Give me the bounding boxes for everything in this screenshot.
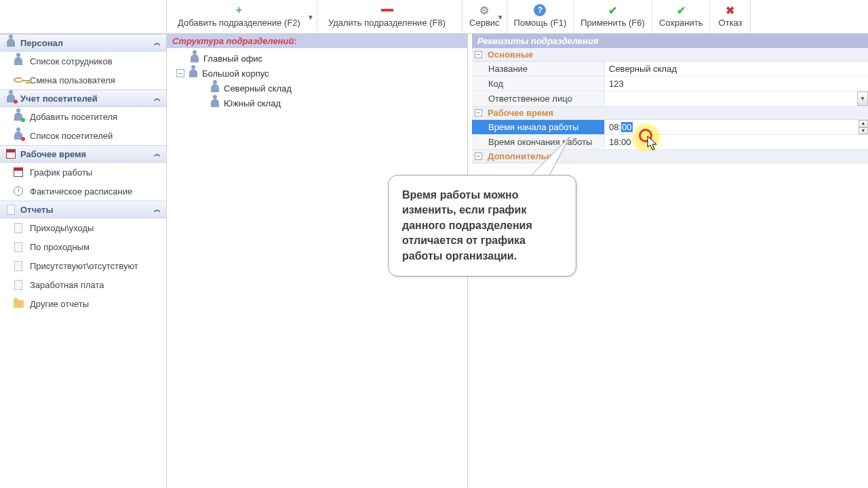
- time-minutes-selected[interactable]: 00: [621, 122, 632, 132]
- document-icon: [12, 279, 24, 291]
- property-group-worktime[interactable]: − Рабочее время: [472, 106, 868, 120]
- plus-icon: +: [233, 4, 245, 16]
- service-button[interactable]: ⚙ Сервис ▼: [462, 0, 507, 33]
- save-button[interactable]: ✔ Сохранить: [652, 0, 711, 33]
- collapse-icon[interactable]: −: [475, 152, 482, 160]
- tree-node-group[interactable]: − Большой корпус: [170, 66, 465, 81]
- property-group-main[interactable]: − Основные: [472, 48, 868, 62]
- document-icon: [5, 204, 16, 215]
- property-row-name[interactable]: Название Северный склад: [472, 62, 868, 77]
- chevron-up-icon: ︽: [154, 38, 161, 47]
- nav-section-reports[interactable]: Отчеты ︽: [0, 201, 166, 218]
- property-row-start-time[interactable]: Время начала работы 08:00 ▲ ▼: [472, 120, 868, 135]
- tree-node-child[interactable]: Южный склад: [170, 96, 465, 110]
- property-row-end-time[interactable]: Время окончания работы 18:00: [472, 135, 868, 150]
- property-name: Название: [472, 62, 605, 76]
- cancel-label: Отказ: [718, 18, 742, 28]
- tree-collapse-icon[interactable]: −: [176, 69, 184, 77]
- collapse-icon[interactable]: −: [475, 109, 482, 117]
- time-editor-start[interactable]: 08:00 ▲ ▼: [605, 120, 868, 134]
- document-icon: [12, 241, 24, 253]
- nav-item-other-reports[interactable]: Другие отчеты: [0, 294, 166, 313]
- callout-bubble: Время работы можно изменить, если график…: [388, 175, 576, 277]
- collapse-icon[interactable]: −: [475, 51, 482, 58]
- close-icon: ✖: [724, 4, 736, 16]
- main-toolbar: + Добавить подразделение (F2) ▼ Удалить …: [0, 0, 868, 34]
- nav-item-arrivals[interactable]: Приходы\уходы: [0, 218, 166, 237]
- spinner-up-icon[interactable]: ▲: [859, 120, 868, 127]
- nav-item-schedule[interactable]: График работы: [0, 163, 166, 182]
- property-row-code[interactable]: Код 123: [472, 77, 868, 92]
- property-name: Время начала работы: [472, 120, 605, 134]
- key-icon: [12, 74, 24, 86]
- person-add-icon: [12, 110, 24, 123]
- chevron-down-icon[interactable]: ▼: [497, 13, 504, 20]
- nav-item-switch-user[interactable]: Смена пользователя: [0, 70, 166, 89]
- add-department-label: Добавить подразделение (F2): [178, 18, 300, 28]
- document-icon: [12, 222, 24, 234]
- property-value[interactable]: Северный склад: [605, 62, 868, 76]
- tree-node-root[interactable]: Главный офис: [170, 51, 465, 66]
- nav-section-personnel[interactable]: Персонал ︽: [0, 34, 166, 52]
- nav-item-label: Добавить посетителя: [30, 112, 117, 122]
- person-icon: [187, 67, 199, 79]
- time-hours: 08:: [609, 122, 621, 132]
- add-department-button[interactable]: + Добавить подразделение (F2) ▼: [167, 0, 317, 33]
- property-value[interactable]: 123: [605, 77, 868, 91]
- nav-item-label: Фактическое расписание: [30, 186, 132, 197]
- property-value[interactable]: 18:00: [605, 135, 868, 149]
- person-icon: [12, 129, 24, 142]
- tree-node-label: Северный склад: [224, 83, 292, 94]
- person-icon: [209, 97, 221, 109]
- tree-node-label: Большой корпус: [202, 68, 269, 79]
- nav-section-visitors[interactable]: Учет посетителей ︽: [0, 89, 166, 107]
- nav-item-label: Список сотрудников: [30, 56, 113, 66]
- chevron-up-icon: ︽: [154, 205, 161, 214]
- cancel-button[interactable]: ✖ Отказ: [710, 0, 751, 33]
- dropdown-button[interactable]: ▼: [857, 92, 868, 106]
- minus-icon: [381, 4, 393, 16]
- nav-section-title: Рабочее время: [20, 149, 154, 159]
- calendar-icon: [5, 148, 16, 159]
- chevron-down-icon[interactable]: ▼: [307, 13, 314, 20]
- document-icon: [12, 260, 24, 272]
- nav-section-worktime[interactable]: Рабочее время ︽: [0, 145, 166, 163]
- person-icon: [209, 82, 221, 94]
- nav-item-label: График работы: [30, 167, 92, 178]
- tree-node-child[interactable]: Северный склад: [170, 81, 465, 96]
- nav-item-actual-schedule[interactable]: Фактическое расписание: [0, 182, 166, 201]
- property-group-label: Основные: [488, 49, 533, 60]
- chevron-up-icon: ︽: [154, 94, 161, 103]
- property-group-label: Рабочее время: [488, 108, 553, 118]
- time-spinner[interactable]: ▲ ▼: [859, 120, 868, 134]
- tutorial-callout: Время работы можно изменить, если график…: [388, 175, 576, 277]
- spinner-down-icon[interactable]: ▼: [859, 127, 868, 135]
- check-icon: ✔: [675, 4, 687, 16]
- property-row-responsible[interactable]: Ответственное лицо ▼: [472, 92, 868, 106]
- nav-item-visitor-list[interactable]: Список посетителей: [0, 126, 166, 145]
- calendar-icon: [12, 166, 24, 178]
- property-value[interactable]: ▼: [605, 92, 868, 106]
- nav-item-checkpoints[interactable]: По проходным: [0, 237, 166, 256]
- delete-department-button[interactable]: Удалить подразделение (F8): [317, 0, 462, 33]
- nav-item-label: Другие отчеты: [30, 299, 89, 309]
- help-button[interactable]: ? Помощь (F1): [507, 0, 574, 33]
- delete-department-label: Удалить подразделение (F8): [328, 18, 446, 28]
- callout-text: Время работы можно изменить, если график…: [402, 189, 532, 262]
- save-label: Сохранить: [659, 18, 703, 28]
- nav-item-add-visitor[interactable]: Добавить посетителя: [0, 107, 166, 126]
- nav-item-presence[interactable]: Присутствуют\отсутствуют: [0, 256, 166, 275]
- nav-item-employees[interactable]: Список сотрудников: [0, 52, 166, 70]
- clock-icon: [12, 185, 24, 197]
- service-label: Сервис: [469, 18, 500, 28]
- nav-section-title: Персонал: [20, 38, 154, 48]
- toolbar-spacer: [0, 0, 167, 33]
- property-name: Код: [472, 77, 605, 91]
- person-icon: [5, 37, 16, 48]
- help-icon: ?: [534, 4, 546, 16]
- apply-button[interactable]: ✔ Применить (F6): [574, 0, 652, 33]
- property-group-label: Дополнительно: [488, 151, 557, 161]
- nav-item-salary[interactable]: Заработная плата: [0, 275, 166, 294]
- nav-item-label: Приходы\уходы: [30, 223, 94, 233]
- property-group-additional[interactable]: − Дополнительно: [472, 150, 868, 163]
